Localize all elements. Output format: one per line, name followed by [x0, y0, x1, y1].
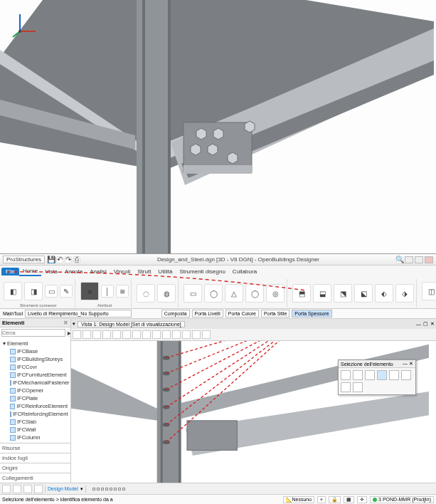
tree-item[interactable]: IFCMechanicalFastener: [9, 379, 69, 387]
view-close-icon[interactable]: ✕: [430, 321, 435, 327]
ribbon-tab-collabora[interactable]: Collabora: [229, 268, 260, 275]
view-tool-icon[interactable]: [182, 330, 191, 339]
palette-tool-icon[interactable]: [401, 370, 411, 380]
tree-item[interactable]: IFCOpener: [9, 387, 69, 394]
status-grid-icon[interactable]: ▦: [344, 496, 354, 503]
qat-workflow-dropdown[interactable]: ProStructures: [3, 256, 45, 263]
qat-redo-icon[interactable]: ↷: [65, 256, 72, 263]
palette-tool-icon[interactable]: [365, 370, 375, 380]
estrudi-asse-icon[interactable]: ⬔: [334, 284, 352, 303]
parallelepipedo-icon[interactable]: ▭: [184, 284, 202, 303]
tree-item[interactable]: IFCBase: [9, 347, 69, 355]
explorer-close-icon[interactable]: ✕: [63, 320, 68, 326]
ribbon-tab-analisi[interactable]: Analisi: [86, 268, 110, 275]
palette-tool-icon[interactable]: [353, 370, 363, 380]
view-tool-icon[interactable]: [102, 330, 111, 339]
chip-porta-livelli[interactable]: Porta Livelli: [192, 310, 223, 317]
view-num-btn[interactable]: [122, 488, 125, 490]
view-tool-icon[interactable]: [192, 330, 201, 339]
view-tool-icon[interactable]: [112, 330, 121, 339]
ruota-icon[interactable]: ⬕: [354, 284, 373, 303]
ribbon-tab-vincoli[interactable]: Vincoli: [110, 268, 134, 275]
explorer-section-risorse[interactable]: Risorse: [0, 443, 70, 453]
sfera-icon[interactable]: ◯: [245, 284, 264, 303]
selection-palette[interactable]: Selezione dell'elemento — ✕: [338, 359, 416, 395]
ribbon-tab-utilita[interactable]: Utilità: [154, 268, 176, 275]
tree-item[interactable]: IFColumn: [9, 434, 69, 441]
tree-item[interactable]: IFCFurnitureElement: [9, 371, 69, 379]
explorer-tree[interactable]: ▾Elementi IFCBase IFCBuildingStoreys IFC…: [0, 338, 70, 443]
palette-tool-icon[interactable]: [353, 382, 363, 392]
chip-porta-colore[interactable]: Porta Colore: [225, 310, 259, 317]
view-num-btn[interactable]: [110, 488, 112, 490]
view-tool-icon[interactable]: [122, 330, 131, 339]
tree-item[interactable]: IFCSlab: [9, 418, 69, 426]
view-max-icon[interactable]: ▢: [423, 321, 428, 327]
ribbon-tab-vista[interactable]: Vista: [41, 268, 61, 275]
view-num-btn[interactable]: [97, 488, 100, 490]
view-tab-1[interactable]: Vista 1: Design Model [Set di visualizza…: [78, 321, 185, 327]
chip-composta[interactable]: Composta: [161, 310, 190, 317]
linestyle-icon[interactable]: │: [101, 285, 114, 298]
view-tool-icon[interactable]: [152, 330, 161, 339]
chip-porta-stile[interactable]: Porta Stile: [261, 310, 289, 317]
view-prev-icon[interactable]: ▾: [73, 321, 75, 327]
palette-min-icon[interactable]: —: [403, 361, 408, 367]
view-num-btn[interactable]: [92, 488, 95, 490]
view-tool-icon[interactable]: [132, 330, 141, 339]
tool-explorer-icon[interactable]: ◧: [4, 282, 22, 300]
model-breadcrumb[interactable]: Design Model: [48, 486, 78, 491]
cono-icon[interactable]: △: [225, 284, 243, 303]
view-tool-icon[interactable]: [92, 330, 101, 339]
tree-item[interactable]: IFCWall: [9, 426, 69, 434]
view-tool-icon[interactable]: [142, 330, 151, 339]
modifica-icon[interactable]: ◌: [137, 284, 155, 303]
breadcrumb-dropdown-icon[interactable]: ▾: [80, 486, 83, 492]
status-axis-icon[interactable]: ✛: [357, 496, 367, 503]
taglia-icon[interactable]: ⬗: [395, 284, 414, 303]
view-tool-icon[interactable]: [162, 330, 171, 339]
view-num-btn[interactable]: [101, 488, 104, 490]
explorer-section-origini[interactable]: Origini: [0, 463, 70, 473]
toro-icon[interactable]: ◎: [266, 284, 285, 303]
window-max-button[interactable]: [415, 256, 423, 263]
window-close-button[interactable]: [425, 256, 433, 263]
palette-tool-icon[interactable]: [389, 370, 399, 380]
ribbon-tab-strutt[interactable]: Strutt: [134, 268, 154, 275]
palette-tool-icon[interactable]: [341, 370, 351, 380]
palette-tool-icon[interactable]: [341, 382, 351, 392]
explorer-section-collegamenti[interactable]: Collegamenti: [0, 473, 70, 483]
chip-porta-spessore[interactable]: Porta Spessore: [292, 310, 331, 317]
tree-item[interactable]: IFCReinforceElement: [9, 402, 69, 410]
estrudi-icon[interactable]: ⬓: [313, 284, 331, 303]
ribbon-tab-strumenti[interactable]: Strumenti disegno: [176, 268, 228, 275]
ribbon-tab-annota[interactable]: Annota: [61, 268, 86, 275]
explorer-header[interactable]: Elementi ✕: [0, 319, 70, 327]
main-3d-viewport[interactable]: Selezione dell'elemento — ✕: [71, 341, 436, 483]
view-num-btn[interactable]: [114, 488, 117, 490]
view-num-btn[interactable]: [105, 488, 108, 490]
tool-a-icon[interactable]: ▭: [45, 285, 58, 298]
status-level[interactable]: 📐 Nessuno: [283, 496, 315, 503]
nav-icon[interactable]: [23, 485, 32, 493]
window-min-button[interactable]: [405, 256, 413, 263]
explorer-search-input[interactable]: [1, 329, 65, 337]
nav-icon[interactable]: [13, 485, 21, 493]
palette-close-icon[interactable]: ✕: [409, 361, 413, 367]
palette-tool-icon[interactable]: [377, 370, 387, 380]
nav-icon[interactable]: [2, 485, 11, 493]
upper-3d-closeup-viewport[interactable]: [0, 0, 436, 253]
proprieta-icon[interactable]: ◍: [157, 284, 176, 303]
view-num-btn[interactable]: [118, 488, 121, 490]
ricostruisci-icon[interactable]: ◫: [422, 282, 436, 300]
qat-print-icon[interactable]: ⎙: [73, 256, 80, 263]
spessore-icon[interactable]: ⬖: [375, 284, 393, 303]
nav-icon[interactable]: [34, 485, 43, 493]
subbar-layer-dropdown[interactable]: Livello di Riempimento_No Supporto: [25, 310, 132, 317]
tool-b-icon[interactable]: ✎: [60, 285, 73, 298]
view-tool-icon[interactable]: [202, 330, 211, 339]
cilindro-icon[interactable]: ◯: [204, 284, 223, 303]
tree-root[interactable]: ▾Elementi: [1, 340, 69, 347]
tree-item[interactable]: IFCReinforcingElement: [9, 410, 69, 418]
explorer-section-indice[interactable]: Indice fogli: [0, 453, 70, 463]
